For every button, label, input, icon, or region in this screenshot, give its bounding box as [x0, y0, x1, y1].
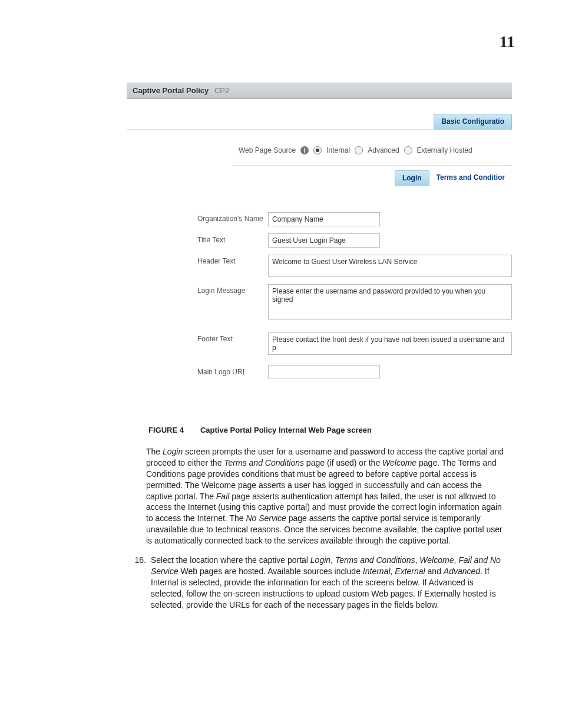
body-text-run: The — [146, 447, 163, 456]
label-main-logo-url: Main Logo URL — [127, 365, 268, 376]
body-text-run: No Service — [246, 513, 286, 523]
web-page-source-row: Web Page Source i Internal Advanced Exte… — [127, 130, 512, 165]
body-text-run: , — [330, 555, 335, 565]
tab-login[interactable]: Login — [395, 170, 429, 186]
step-number: 16. — [128, 555, 150, 610]
top-tab-bar: Basic Configuratio — [127, 114, 512, 130]
figure-number: FIGURE 4 — [148, 426, 184, 434]
figure-caption: FIGURE 4Captive Portal Policy Internal W… — [148, 426, 372, 434]
label-footer-text: Footer Text — [127, 332, 268, 343]
body-text-run: Terms and Conditions — [335, 555, 415, 565]
body-text-run: External — [395, 566, 425, 576]
input-org-name[interactable]: Company Name — [268, 212, 380, 226]
titlebar-label: Captive Portal Policy — [133, 86, 209, 95]
radio-external[interactable] — [404, 146, 412, 154]
figure-description: Captive Portal Policy Internal Web Page … — [200, 426, 372, 434]
input-login-message[interactable]: Please enter the username and password p… — [268, 284, 512, 319]
body-text-run: Terms and Conditions — [224, 458, 304, 467]
body-text-run: Fail — [216, 492, 230, 501]
tab-basic-configuration[interactable]: Basic Configuratio — [434, 114, 512, 130]
label-title-text: Title Text — [127, 233, 268, 244]
radio-internal[interactable] — [313, 146, 322, 154]
radio-advanced[interactable] — [355, 146, 363, 154]
source-label: Web Page Source — [239, 146, 296, 154]
input-header-text[interactable]: Welcome to Guest User Wireless LAN Servi… — [268, 255, 512, 277]
radio-internal-label: Internal — [326, 146, 350, 154]
input-footer-text[interactable]: Please contact the front desk if you hav… — [268, 332, 512, 355]
body-text-run: and — [425, 566, 444, 576]
login-form: Organization's Name Company Name Title T… — [127, 212, 512, 378]
body-text-run: Welcome — [382, 458, 416, 467]
input-main-logo-url[interactable] — [268, 365, 380, 378]
body-text-run: page (if used) or the — [304, 458, 382, 467]
label-header-text: Header Text — [127, 255, 268, 265]
body-text-run: Web pages are hosted. Available sources … — [178, 566, 363, 576]
info-icon[interactable]: i — [300, 146, 309, 154]
radio-external-label: Externally Hosted — [417, 146, 472, 154]
divider — [233, 165, 512, 166]
label-org-name: Organization's Name — [127, 212, 268, 223]
label-login-message: Login Message — [127, 284, 268, 295]
body-text-run: Advanced — [444, 566, 480, 576]
body-text: The Login screen prompts the user for a … — [128, 446, 506, 610]
figure-screenshot: Captive Portal Policy CP2 Basic Configur… — [127, 83, 512, 421]
body-text-run: Select the location where the captive po… — [151, 555, 310, 565]
sub-tab-bar: Login Terms and Conditior — [127, 170, 512, 186]
window-titlebar: Captive Portal Policy CP2 — [127, 83, 512, 99]
body-text-run: Internal — [363, 566, 391, 576]
page-number: 11 — [500, 32, 515, 51]
titlebar-name: CP2 — [214, 86, 229, 95]
radio-advanced-label: Advanced — [368, 146, 399, 154]
input-title-text[interactable]: Guest User Login Page — [268, 233, 380, 248]
body-text-run: Login — [310, 555, 330, 565]
body-text-run: Welcome — [419, 555, 454, 565]
tab-terms-and-conditions[interactable]: Terms and Conditior — [429, 170, 512, 186]
body-text-run: Login — [163, 447, 183, 456]
